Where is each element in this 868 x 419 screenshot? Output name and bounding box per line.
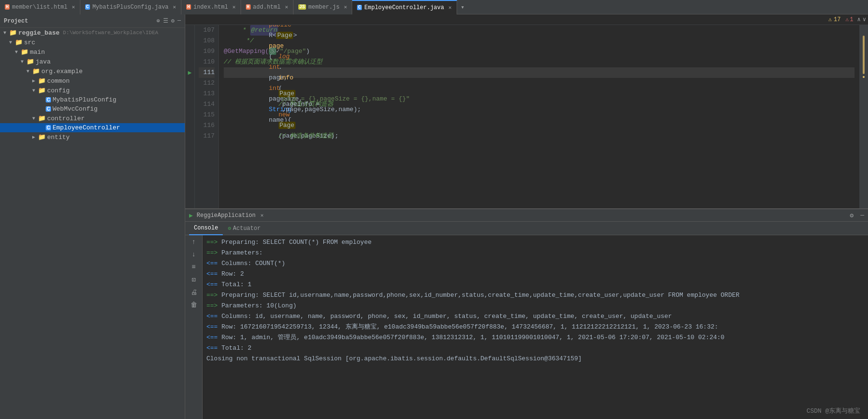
tree-label: java <box>36 58 51 65</box>
java-class-icon: C <box>46 106 51 112</box>
line-num-107: 107 <box>199 25 215 36</box>
gutter: ▶ <box>185 25 195 208</box>
arrow-in-icon: <== <box>206 323 217 330</box>
tree-arrow: ▶ <box>31 134 37 140</box>
gutter-113 <box>185 89 194 99</box>
tab-index[interactable]: H index.html ✕ <box>181 0 241 14</box>
tree-label: src <box>24 39 35 46</box>
scroll-up-icon[interactable]: ↑ <box>191 238 195 246</box>
tab-label: index.html <box>193 4 228 11</box>
tab-close-icon[interactable]: ✕ <box>448 4 452 11</box>
line-num-114: 114 <box>199 99 215 110</box>
console-line-4: <== Total: 1 <box>203 279 868 290</box>
print-icon[interactable]: 🖨 <box>191 289 197 296</box>
tree-config[interactable]: ▼ 📁 config <box>0 86 185 95</box>
tab-overflow-button[interactable]: ▾ <box>457 3 469 11</box>
arrow-out-icon: ==> <box>206 249 217 256</box>
tab-icon-html3: H <box>246 4 251 10</box>
line-num-111: 111 <box>199 67 215 78</box>
warning-triangle-icon: ⚠ <box>828 16 831 23</box>
tab-employee-controller[interactable]: C EmployeeController.java ✕ <box>352 0 457 14</box>
tab-add[interactable]: H add.html ✕ <box>241 0 294 14</box>
tree-label: org.example <box>41 68 83 75</box>
bottom-settings-icon[interactable]: ⚙ <box>850 212 854 219</box>
line-num-108: 108 <box>199 36 215 46</box>
tree-java[interactable]: ▼ 📁 java <box>0 57 185 66</box>
console-content[interactable]: ==> Preparing: SELECT COUNT(*) FROM empl… <box>203 235 868 419</box>
tree-controller[interactable]: ▼ 📁 controller <box>0 114 185 123</box>
tree-org-example[interactable]: ▼ 📁 org.example <box>0 66 185 76</box>
add-icon[interactable]: ⊕ <box>156 17 160 25</box>
tree-root[interactable]: ▼ 📁 reggie_base D:\WorkSoftware_Workplac… <box>0 28 185 38</box>
nav-up-icon[interactable]: ∧ <box>857 16 861 23</box>
tab-close-icon[interactable]: ✕ <box>344 4 347 10</box>
collapse-icon[interactable]: ☰ <box>163 17 168 25</box>
folder-icon: 📁 <box>38 77 46 85</box>
tree-entity[interactable]: ▶ 📁 entity <box>0 132 185 142</box>
sidebar-path: D:\WorkSoftware_Workplace\IDEA <box>63 30 158 36</box>
scroll-down-icon[interactable]: ↓ <box>191 251 195 258</box>
minimize-icon[interactable]: — <box>178 17 181 25</box>
tree-employee-controller[interactable]: C EmployeeController <box>0 123 185 132</box>
tree-label: main <box>30 49 45 56</box>
console-tab-bar: Console ⚙ Actuator <box>185 222 868 235</box>
sidebar-content: ▼ 📁 reggie_base D:\WorkSoftware_Workplac… <box>0 28 185 419</box>
tree-label: entity <box>47 134 70 141</box>
tab-close-icon[interactable]: ✕ <box>285 4 288 10</box>
arrow-out-icon: ==> <box>206 239 217 246</box>
tree-mybatis-config[interactable]: C MybatisPlusConfig <box>0 95 185 104</box>
error-count: 1 <box>850 16 853 23</box>
code-lines: * @return */ @GetMapping(Ⓢ✓"/page") // 根… <box>219 25 859 208</box>
tab-actuator[interactable]: ⚙ Actuator <box>223 222 265 235</box>
tree-arrow: ▼ <box>19 59 25 64</box>
tree-webmvc-config[interactable]: C WebMvcConfig <box>0 104 185 114</box>
tab-label: EmployeeController.java <box>364 4 444 11</box>
run-tab-bar: ▶ ReggieApplication ✕ ⚙ — <box>185 209 868 222</box>
line-numbers: 107 108 109 110 111 112 113 114 115 116 … <box>195 25 219 208</box>
wrap-icon[interactable]: ≡ <box>191 263 195 271</box>
code-line-117: // 构造条件构造器 <box>224 131 855 141</box>
code-editor[interactable]: ▶ 107 108 109 110 111 112 113 114 115 <box>185 25 868 208</box>
tab-icon-html2: H <box>186 4 191 10</box>
gutter-111: ▶ <box>185 67 194 78</box>
run-status-icon: ▶ <box>189 212 193 219</box>
tab-close-icon[interactable]: ✕ <box>232 4 236 10</box>
tree-arrow: ▼ <box>2 30 8 36</box>
tree-arrow: ▼ <box>25 69 31 74</box>
tab-member-js[interactable]: JS member.js ✕ <box>294 0 352 14</box>
tab-icon-html: H <box>5 4 10 10</box>
settings-icon[interactable]: ⚙ <box>171 17 175 25</box>
clear-icon[interactable]: ⊡ <box>191 276 195 284</box>
folder-icon: 📁 <box>21 48 28 56</box>
nav-down-icon[interactable]: ∨ <box>863 16 866 23</box>
console-line-9: <== Row: 1, admin, 管理员, e10adc3949ba59ab… <box>203 332 868 343</box>
tree-arrow: ▶ <box>31 78 37 84</box>
tree-main[interactable]: ▼ 📁 main <box>0 47 185 57</box>
tab-mybatis-config[interactable]: C MybatisPlusConfig.java ✕ <box>80 0 181 14</box>
tree-label: EmployeeController <box>52 124 120 131</box>
tab-label: member.js <box>308 4 340 11</box>
folder-icon: 📁 <box>26 58 34 65</box>
tab-bar: H member\list.html ✕ C MybatisPlusConfig… <box>0 0 868 14</box>
line-num-116: 116 <box>199 120 215 131</box>
tab-close-icon[interactable]: ✕ <box>173 4 176 10</box>
gutter-109 <box>185 46 194 57</box>
console-line-2: <== Columns: COUNT(*) <box>203 258 868 269</box>
tree-label: config <box>47 87 70 94</box>
bottom-minimize-icon[interactable]: — <box>860 212 864 219</box>
sidebar-icons: ⊕ ☰ ⚙ — <box>156 17 181 25</box>
gutter-112 <box>185 78 194 89</box>
run-gutter-icon[interactable]: ▶ <box>188 69 192 76</box>
arrow-in-icon: <== <box>206 344 217 352</box>
tab-console[interactable]: Console <box>189 222 223 235</box>
code-keyword: public <box>269 25 295 28</box>
tree-src[interactable]: ▼ 📁 src <box>0 38 185 47</box>
run-tab-close-icon[interactable]: ✕ <box>260 212 264 218</box>
arrow-in-icon: <== <box>206 260 217 267</box>
console-line-3: <== Row: 2 <box>203 269 868 279</box>
tab-close-icon[interactable]: ✕ <box>72 4 75 10</box>
delete-icon[interactable]: 🗑 <box>191 301 197 309</box>
tab-member-list[interactable]: H member\list.html ✕ <box>0 0 80 14</box>
folder-icon: 📁 <box>38 133 46 141</box>
tree-common[interactable]: ▶ 📁 common <box>0 76 185 86</box>
